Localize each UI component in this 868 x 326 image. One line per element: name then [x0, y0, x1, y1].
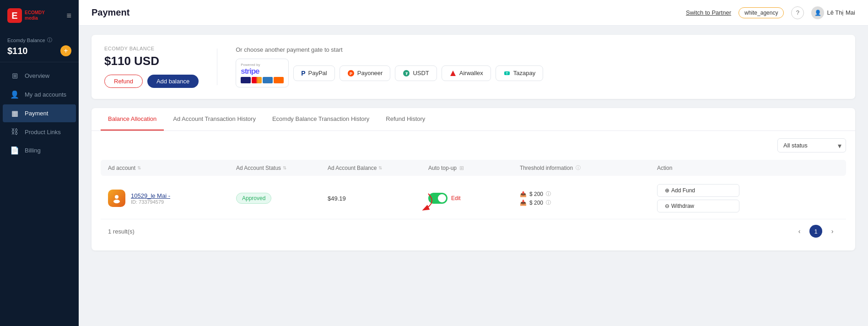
refund-button[interactable]: Refund [104, 75, 143, 88]
usdt-icon: ₮ [403, 70, 410, 77]
add-balance-button[interactable]: Add balance [147, 75, 199, 88]
current-page[interactable]: 1 [809, 225, 822, 238]
add-balance-sidebar-button[interactable]: + [60, 45, 71, 56]
sort-icon-balance: ⇅ [378, 165, 382, 170]
col-header-ad-account: Ad account ⇅ [108, 164, 236, 171]
main-content: Payment Switch to Partner white_agency ?… [79, 0, 868, 326]
sidebar-item-product-links-label: Product Links [25, 129, 61, 136]
content-area: ECOMDY BALANCE $110 USD Refund Add balan… [79, 26, 868, 326]
col-header-status: Ad Account Status ⇅ [236, 164, 328, 171]
status-cell: Approved [236, 193, 328, 204]
svg-point-8 [113, 200, 120, 203]
edit-link[interactable]: Edit [451, 195, 461, 201]
vertical-divider [217, 49, 217, 85]
tab-ecomdy-balance-history[interactable]: Ecomdy Balance Transaction History [265, 108, 377, 130]
balance-card-amount: $110 USD [104, 54, 199, 68]
svg-point-7 [115, 195, 119, 199]
sort-icon-ad-account: ⇅ [137, 165, 141, 170]
tab-refund-history[interactable]: Refund History [378, 108, 432, 130]
paypal-label: PayPal [308, 70, 327, 76]
logo-text: ECOMDY media [25, 10, 45, 21]
airwallex-label: Airwallex [459, 70, 483, 76]
threshold-upload-icon: 📤 [520, 191, 527, 197]
topup-info-icon: ⊞ [459, 165, 464, 171]
auto-topup-cell: Edit [428, 193, 520, 204]
user-name: Lê Thị Mai [827, 9, 855, 16]
logo-icon: E [7, 8, 22, 23]
switch-to-partner-link[interactable]: Switch to Partner [686, 9, 731, 16]
threshold-2-info-icon: ⓘ [546, 199, 551, 206]
tazapay-gate-button[interactable]: T Tazapay [496, 65, 543, 81]
sidebar: E ECOMDY media ≡ Ecomdy Balance ⓘ $110 +… [0, 0, 79, 326]
balance-label: Ecomdy Balance ⓘ [7, 37, 71, 43]
payoneer-label: Payoneer [357, 70, 383, 76]
threshold-value-2: $ 200 [529, 200, 543, 206]
help-button[interactable]: ? [791, 6, 804, 19]
gate-label: Or choose another payment gate to start [236, 46, 842, 53]
status-filter-select[interactable]: All status Approved Pending Rejected [777, 138, 846, 152]
payment-gates: Powered by stripe P [236, 59, 842, 87]
pagination: ‹ 1 › [793, 225, 839, 238]
auto-topup-toggle[interactable] [428, 193, 447, 204]
balance-amount: $110 [7, 46, 28, 56]
threshold-row-1: 📤 $ 200 ⓘ [520, 190, 657, 197]
tab-content: All status Approved Pending Rejected Ad … [92, 131, 855, 250]
sidebar-item-billing[interactable]: 📄 Billing [3, 141, 76, 159]
tazapay-label: Tazapay [513, 70, 535, 76]
svg-text:P: P [350, 71, 352, 76]
visa-logo [241, 77, 251, 83]
sidebar-item-payment-label: Payment [25, 110, 48, 117]
result-count: 1 result(s) [108, 228, 135, 235]
amex-logo [263, 77, 273, 83]
threshold-1-info-icon: ⓘ [546, 190, 551, 197]
ad-account-cell: 10529_le Mai - ID: 733794579 [108, 190, 236, 207]
tab-ad-account-history[interactable]: Ad Account Transaction History [166, 108, 263, 130]
threshold-cell: 📤 $ 200 ⓘ 📥 $ 200 ⓘ [520, 190, 657, 206]
col-header-action: Action [657, 164, 739, 171]
payment-icon: ▦ [10, 109, 19, 118]
account-id: ID: 733794579 [131, 199, 170, 205]
sidebar-nav: ⊞ Overview 👤 My ad accounts ▦ Payment ⛓ … [0, 66, 79, 160]
hamburger-icon[interactable]: ≡ [66, 11, 71, 21]
info-icon: ⓘ [47, 37, 52, 43]
account-name[interactable]: 10529_le Mai - [131, 192, 170, 199]
ad-accounts-icon: 👤 [10, 90, 19, 99]
col-header-threshold: Threshold information ⓘ [520, 164, 657, 171]
sidebar-item-overview[interactable]: ⊞ Overview [3, 67, 76, 85]
withdraw-button[interactable]: ⊖ Withdraw [657, 200, 739, 212]
paypal-gate-button[interactable]: P PayPal [293, 65, 335, 81]
sidebar-item-billing-label: Billing [25, 147, 41, 154]
payoneer-gate-button[interactable]: P Payoneer [340, 65, 391, 81]
status-filter-wrapper[interactable]: All status Approved Pending Rejected [777, 138, 846, 152]
svg-marker-4 [450, 71, 456, 76]
threshold-info-icon: ⓘ [576, 164, 581, 171]
sidebar-item-my-ad-accounts[interactable]: 👤 My ad accounts [3, 86, 76, 103]
add-fund-icon: ⊕ [665, 187, 669, 194]
sidebar-item-payment[interactable]: ▦ Payment [3, 104, 76, 122]
airwallex-gate-button[interactable]: Airwallex [442, 65, 491, 81]
next-page-button[interactable]: › [826, 225, 839, 238]
sidebar-item-my-ad-accounts-label: My ad accounts [25, 91, 66, 98]
topbar-right: Switch to Partner white_agency ? 👤 Lê Th… [686, 6, 855, 19]
usdt-gate-button[interactable]: ₮ USDT [395, 65, 437, 81]
agency-badge[interactable]: white_agency [739, 7, 784, 18]
balance-card-label: ECOMDY BALANCE [104, 46, 199, 51]
col-header-auto-topup: Auto top-up ⊞ [428, 164, 520, 171]
stripe-gate-button[interactable]: Powered by stripe [236, 59, 289, 87]
table-row: 10529_le Mai - ID: 733794579 Approved $4… [101, 178, 846, 219]
logo: E ECOMDY media [7, 8, 45, 23]
overview-icon: ⊞ [10, 71, 19, 80]
balance-actions: Refund Add balance [104, 75, 199, 88]
tazapay-icon: T [503, 70, 511, 77]
tab-balance-allocation[interactable]: Balance Allocation [101, 108, 164, 130]
mastercard-logo [252, 77, 262, 83]
billing-icon: 📄 [10, 146, 19, 155]
table-header: Ad account ⇅ Ad Account Status ⇅ Ad Acco… [101, 160, 846, 176]
topbar: Payment Switch to Partner white_agency ?… [79, 0, 868, 26]
sidebar-balance: Ecomdy Balance ⓘ $110 + [0, 31, 79, 62]
sidebar-item-product-links[interactable]: ⛓ Product Links [3, 123, 76, 141]
threshold-value-1: $ 200 [529, 191, 543, 197]
prev-page-button[interactable]: ‹ [793, 225, 806, 238]
add-fund-button[interactable]: ⊕ Add Fund [657, 184, 739, 197]
discover-logo [274, 77, 284, 83]
